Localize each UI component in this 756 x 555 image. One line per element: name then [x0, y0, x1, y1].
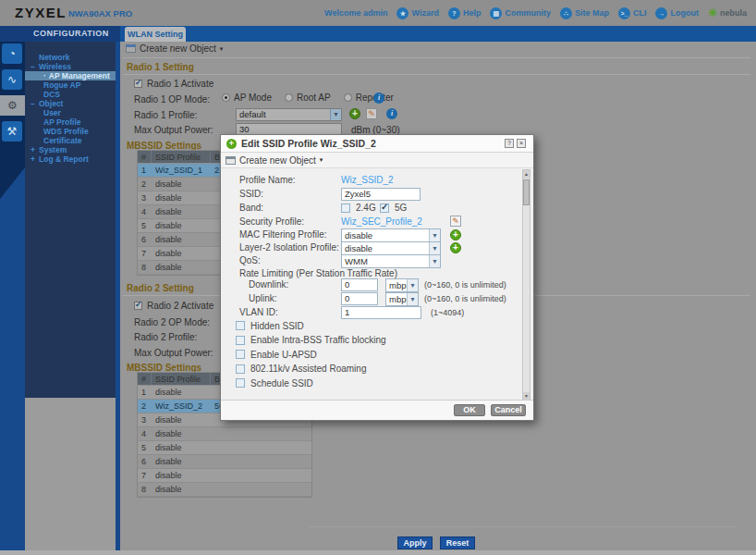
configuration-bar: CONFIGURATION	[0, 26, 120, 42]
dialog-close-button[interactable]: ×	[517, 139, 526, 148]
dialog-scrollbar[interactable]: ▲ ▼	[522, 169, 530, 401]
create-object-icon	[126, 44, 136, 53]
band-5g-checkbox[interactable]	[380, 204, 389, 213]
mac-filtering-select[interactable]: disable ▼	[341, 228, 441, 242]
security-profile-link[interactable]: Wiz_SEC_Profile_2	[341, 216, 422, 227]
header-link-cli[interactable]: >_CLI	[618, 7, 647, 19]
radio-button[interactable]	[222, 93, 230, 102]
add-icon[interactable]: +	[450, 229, 461, 240]
expand-icon[interactable]: +	[29, 154, 37, 164]
info-icon[interactable]: i	[386, 108, 397, 119]
dialog-body: Profile Name: Wiz_SSID_2 SSID: Zyxel5 Ba…	[221, 168, 533, 400]
radio-option-ap-mode[interactable]: AP Mode	[222, 92, 272, 103]
expand-icon[interactable]: −	[29, 62, 37, 71]
dialog-create-new-object-button[interactable]: Create new Object ▾	[221, 153, 533, 168]
vlan-id-input[interactable]: 1	[341, 306, 421, 319]
cancel-button[interactable]: Cancel	[491, 404, 526, 416]
dialog-option-schedule-ssid[interactable]: Schedule SSID	[236, 377, 515, 388]
sidebar-menu: Network−Wireless·AP ManagementRogue APDC…	[25, 42, 116, 398]
checkbox[interactable]	[236, 350, 245, 359]
cell-index: 4	[138, 427, 152, 440]
table-row[interactable]: 6disable	[138, 455, 311, 469]
edit-icon[interactable]: ✎	[450, 216, 461, 227]
apply-button[interactable]: Apply	[397, 536, 433, 549]
cell-band	[211, 455, 311, 468]
cell-ssid-profile: disable	[152, 261, 211, 274]
monitor-icon[interactable]: ∿	[2, 69, 22, 90]
checkbox[interactable]	[236, 378, 245, 388]
sidebar-item-ap-management[interactable]: ·AP Management	[25, 71, 116, 80]
sidebar-item-certificate[interactable]: Certificate	[25, 136, 116, 145]
checkbox[interactable]	[236, 321, 245, 330]
maintenance-icon[interactable]: ⚒	[2, 121, 22, 142]
layer2-isolation-select[interactable]: disable ▼	[341, 241, 441, 255]
table-row[interactable]: 5disable	[138, 441, 311, 455]
profile-name-link[interactable]: Wiz_SSID_2	[341, 175, 394, 185]
table-row[interactable]: 4disable	[138, 427, 311, 441]
edit-icon[interactable]: ✎	[366, 108, 377, 119]
downlink-input[interactable]: 0	[341, 278, 378, 291]
layer2-isolation-label: Layer-2 Isolation Profile:	[239, 242, 339, 253]
cell-index: 3	[138, 191, 152, 204]
header-link-site-map[interactable]: ∴Site Map	[560, 7, 609, 19]
dialog-help-button[interactable]: ?	[505, 139, 514, 148]
cell-index: 1	[138, 386, 152, 399]
sidebar-item-user[interactable]: User	[25, 108, 116, 117]
expand-icon[interactable]: +	[29, 145, 37, 154]
sidebar-item-ap-profile[interactable]: AP Profile	[25, 117, 116, 127]
dialog-option-hidden-ssid[interactable]: Hidden SSID	[236, 320, 515, 331]
sidebar-item-object[interactable]: −Object	[25, 99, 116, 108]
table-row[interactable]: 8disable	[138, 483, 311, 497]
tab-wlan-setting[interactable]: WLAN Setting	[125, 27, 186, 42]
radio2-activate-checkbox[interactable]	[134, 302, 142, 310]
radio2-opmode-label: Radio 2 OP Mode:	[134, 317, 210, 327]
sidebar-item-log-report[interactable]: +Log & Report	[25, 154, 116, 164]
uplink-unit-select[interactable]: mbps ▼	[385, 292, 419, 306]
configuration-icon[interactable]: ⚙	[0, 95, 25, 116]
sidebar-item-wireless[interactable]: −Wireless	[25, 62, 116, 71]
sidebar-item-dcs[interactable]: DCS	[25, 90, 116, 99]
nebula-link[interactable]: ✳nebula	[708, 7, 747, 19]
band-2g4-checkbox[interactable]	[341, 204, 350, 213]
checkbox[interactable]	[236, 336, 245, 345]
header-link-help[interactable]: ?Help	[448, 7, 482, 19]
radio-option-root-ap[interactable]: Root AP	[285, 92, 331, 103]
create-new-object-button[interactable]: Create new Object ▾	[126, 43, 223, 54]
checkbox[interactable]	[236, 364, 245, 374]
site-map-icon: ∴	[560, 7, 572, 19]
scroll-up-icon[interactable]: ▲	[523, 170, 530, 179]
sidebar-item-wds-profile[interactable]: WDS Profile	[25, 127, 116, 136]
scrollbar-thumb[interactable]	[523, 179, 530, 205]
ok-button[interactable]: OK	[454, 404, 485, 416]
header-link-wizard[interactable]: ★Wizard	[396, 7, 438, 19]
dialog-option-enable-u-apsd[interactable]: Enable U-APSD	[236, 349, 515, 360]
dialog-option-enable-intra-bss-traffic-blocking[interactable]: Enable Intra-BSS Traffic blocking	[236, 335, 515, 346]
radio-button[interactable]	[285, 93, 293, 102]
radio-option-repeater[interactable]: Repeater	[344, 92, 394, 103]
dashboard-icon[interactable]: ◔	[2, 43, 22, 64]
add-icon[interactable]: +	[349, 108, 360, 119]
info-icon[interactable]: i	[373, 92, 384, 104]
uplink-input[interactable]: 0	[341, 292, 378, 305]
sidebar-item-rogue-ap[interactable]: Rogue AP	[25, 80, 116, 90]
ssid-input[interactable]: Zyxel5	[341, 188, 421, 201]
downlink-unit-select[interactable]: mbps ▼	[385, 278, 419, 292]
reset-button[interactable]: Reset	[440, 536, 475, 549]
dialog-option-802-11k-v-assisted-roaming[interactable]: 802.11k/v Assisted Roaming	[236, 364, 515, 375]
radio1-profile-select[interactable]: default ▼	[236, 108, 342, 121]
radio-button[interactable]	[344, 93, 352, 102]
sidebar-item-network[interactable]: Network	[25, 53, 116, 62]
radio1-activate-checkbox[interactable]	[134, 80, 142, 88]
sidebar-item-system[interactable]: +System	[25, 145, 116, 154]
header-link-label: CLI	[633, 8, 647, 18]
checkbox-label: Hidden SSID	[250, 321, 304, 331]
cell-ssid-profile: disable	[152, 205, 211, 218]
table-row[interactable]: 7disable	[138, 469, 311, 483]
radio1-profile-label: Radio 1 Profile:	[134, 110, 197, 120]
expand-icon[interactable]: −	[29, 99, 37, 108]
add-icon[interactable]: +	[450, 242, 461, 253]
qos-select[interactable]: WMM ▼	[341, 254, 441, 268]
downlink-label: Downlink:	[249, 279, 288, 290]
header-link-community[interactable]: ▤Community	[490, 7, 551, 19]
header-link-logout[interactable]: →Logout	[655, 7, 699, 19]
